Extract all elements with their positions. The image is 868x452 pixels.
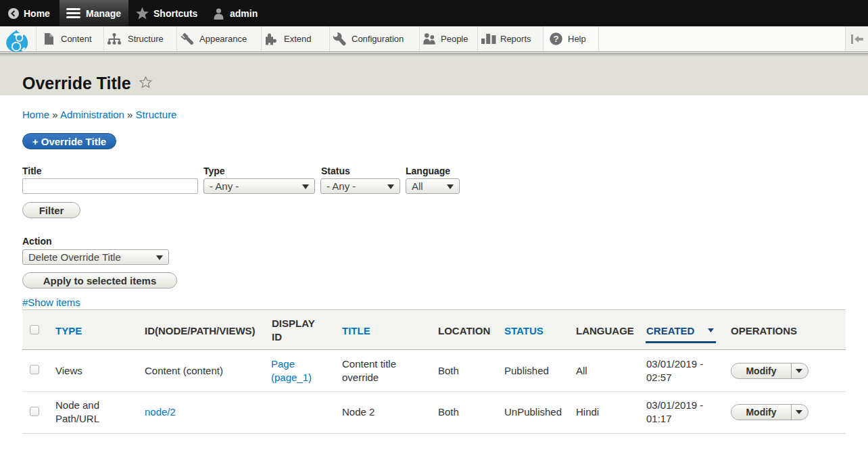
svg-text:?: ? (553, 34, 558, 44)
